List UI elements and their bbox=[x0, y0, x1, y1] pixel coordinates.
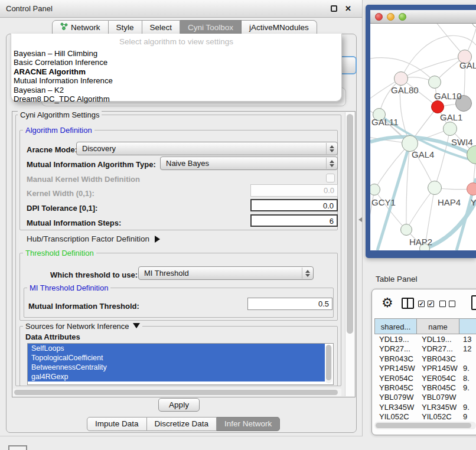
tab-select[interactable]: Select bbox=[142, 20, 181, 34]
dropdown-item[interactable]: Mutual Information Inference bbox=[11, 76, 341, 85]
table-body: YDL19...YDL19...13 YDR27...YDR27...12 YB… bbox=[374, 335, 476, 423]
data-attributes-label: Data Attributes bbox=[25, 332, 80, 341]
table-row[interactable]: YER054CYER054C8. bbox=[374, 374, 476, 383]
network-graph-icon bbox=[60, 21, 68, 34]
network-node[interactable] bbox=[394, 71, 408, 86]
tab-infer-network[interactable]: Infer Network bbox=[217, 417, 280, 431]
expanded-arrow-icon bbox=[133, 323, 140, 328]
settings-horizontal-scrollbar[interactable] bbox=[13, 389, 341, 396]
aracne-mode-combobox[interactable]: Discovery bbox=[76, 142, 338, 155]
list-item[interactable]: gal4RGexp bbox=[28, 372, 325, 381]
algorithm-definition-title: Algorithm Definition bbox=[23, 126, 94, 135]
close-icon[interactable]: ✕ bbox=[345, 4, 351, 13]
table-row[interactable]: YIL052CYIL052C9 bbox=[374, 412, 476, 422]
dropdown-item[interactable]: Bayesian – K2 bbox=[11, 86, 341, 94]
combo-arrows-icon bbox=[326, 158, 337, 169]
dpi-tolerance-label: DPI Tolerance [0,1]: bbox=[27, 204, 97, 213]
tab-impute-data[interactable]: Impute Data bbox=[87, 417, 147, 431]
mi-type-value: Naive Bayes bbox=[166, 159, 209, 168]
tab-cyni-toolbox[interactable]: Cyni Toolbox bbox=[180, 20, 242, 34]
network-node[interactable] bbox=[400, 224, 412, 236]
tab-style-label: Style bbox=[116, 21, 134, 34]
node-label: GAL4 bbox=[412, 149, 434, 159]
bottom-tab-bar: Impute Data Discretize Data Infer Networ… bbox=[87, 417, 280, 431]
table-panel-window: ⚙ ✓ ✓ shared... name YDL19...YDL19...13 … bbox=[371, 289, 476, 435]
node-label: Y bbox=[471, 197, 476, 207]
tab-jactivemnodules[interactable]: jActiveMNodules bbox=[242, 20, 317, 34]
mi-steps-field[interactable]: 6 bbox=[250, 214, 338, 227]
table-row[interactable]: YLR345WYLR345W9. bbox=[374, 403, 476, 412]
network-node[interactable] bbox=[467, 182, 476, 195]
cyni-algorithm-settings-title: Cyni Algorithm Settings bbox=[18, 110, 102, 119]
gear-icon[interactable]: ⚙ bbox=[382, 295, 393, 311]
tab-discretize-data[interactable]: Discretize Data bbox=[147, 417, 217, 431]
combo-arrows-icon bbox=[326, 143, 337, 154]
table-row[interactable]: YBL079WYBL079W bbox=[374, 393, 476, 402]
panel-collapse-arrow-icon[interactable] bbox=[358, 217, 362, 222]
hub-definition-label: Hub/Transcription Factor Definition bbox=[27, 234, 149, 243]
table-row[interactable]: YPR145WYPR145W9. bbox=[374, 364, 476, 373]
node-label: GAL80 bbox=[391, 85, 419, 95]
tab-network[interactable]: Network bbox=[52, 20, 109, 34]
control-panel-titlebar: Control Panel ✕ bbox=[0, 0, 362, 18]
node-label: SWI4 bbox=[451, 137, 473, 147]
table-row[interactable]: YBR045CYBR045C9. bbox=[374, 383, 476, 393]
unchecked-checkbox-icon[interactable] bbox=[449, 301, 455, 307]
collapsed-arrow-icon bbox=[155, 236, 160, 243]
table-row[interactable]: YDR27...YDR27...12 bbox=[374, 344, 476, 354]
unchecked-checkbox-icon[interactable] bbox=[439, 301, 446, 307]
table-row[interactable]: YBR043CYBR043C bbox=[374, 354, 476, 364]
table-row[interactable]: YDL19...YDL19...13 bbox=[374, 335, 476, 344]
node-label: HAP2 bbox=[409, 237, 432, 247]
which-threshold-combobox[interactable]: MI Threshold bbox=[138, 266, 314, 280]
function-builder-icon[interactable] bbox=[471, 295, 476, 310]
which-threshold-label: Which threshold to use: bbox=[50, 270, 138, 279]
network-canvas[interactable]: GAL GAL80 GAL10 GAL1 GAL11 SWI4 GAL4 GCY… bbox=[370, 24, 476, 250]
hub-definition-toggle[interactable]: Hub/Transcription Factor Definition bbox=[27, 234, 160, 243]
network-node[interactable] bbox=[428, 76, 441, 89]
manual-kernel-label: Manual Kernel Width Definition bbox=[27, 175, 140, 184]
float-window-icon[interactable] bbox=[331, 5, 337, 12]
dropdown-item[interactable]: Dream8 DC_TDC Algorithm bbox=[11, 94, 341, 103]
node-label: GAL1 bbox=[440, 112, 462, 122]
aracne-mode-label: Aracne Mode: bbox=[27, 145, 77, 154]
network-node[interactable] bbox=[443, 122, 457, 136]
kernel-width-field[interactable]: 0.0 bbox=[250, 184, 338, 197]
dropdown-item[interactable]: Basic Correlation Inference bbox=[11, 58, 341, 67]
dropdown-item-selected[interactable]: ARACNE Algorithm bbox=[11, 67, 341, 76]
tab-jactivemnodules-label: jActiveMNodules bbox=[249, 21, 309, 34]
mi-threshold-field[interactable]: 0.5 bbox=[247, 298, 332, 310]
network-node-highlighted[interactable] bbox=[431, 100, 444, 113]
mi-type-combobox[interactable]: Naive Bayes bbox=[160, 156, 338, 170]
tab-cyni-toolbox-label: Cyni Toolbox bbox=[188, 21, 233, 34]
close-traffic-light-icon[interactable] bbox=[375, 13, 383, 21]
tab-network-label: Network bbox=[71, 21, 100, 34]
apply-button[interactable]: Apply bbox=[158, 398, 200, 412]
list-item[interactable]: TopologicalCoefficient bbox=[28, 353, 325, 363]
sources-toggle[interactable]: Sources for Network Inference bbox=[23, 322, 142, 331]
algorithm-dropdown-popup: Select algorithm to view settings Bayesi… bbox=[11, 34, 342, 102]
node-label: GAL10 bbox=[434, 91, 462, 101]
network-window-titlebar[interactable] bbox=[370, 10, 476, 24]
settings-vertical-scrollbar[interactable] bbox=[345, 112, 354, 396]
list-vertical-scrollbar[interactable] bbox=[325, 345, 332, 383]
column-header-name[interactable]: name bbox=[417, 318, 459, 334]
minimize-traffic-light-icon[interactable] bbox=[387, 13, 395, 21]
list-item[interactable]: SelfLoops bbox=[28, 344, 325, 353]
checked-checkbox-icon[interactable]: ✓ bbox=[418, 301, 425, 307]
tab-style[interactable]: Style bbox=[109, 20, 142, 34]
zoom-traffic-light-icon[interactable] bbox=[399, 13, 406, 21]
table-horizontal-scrollbar[interactable] bbox=[374, 422, 476, 429]
column-header-shared-name[interactable]: shared... bbox=[374, 318, 417, 334]
manual-kernel-checkbox[interactable] bbox=[326, 174, 335, 182]
dpi-tolerance-field[interactable]: 0.0 bbox=[250, 199, 338, 211]
dropdown-item[interactable]: Bayesian – Hill Climbing bbox=[11, 49, 341, 58]
columns-icon[interactable] bbox=[402, 298, 414, 309]
aracne-mode-value: Discovery bbox=[82, 144, 116, 153]
sources-title: Sources for Network Inference bbox=[25, 322, 129, 331]
column-header-cut[interactable] bbox=[459, 318, 476, 334]
threshold-definition-title: Threshold Definition bbox=[23, 249, 96, 257]
network-node[interactable] bbox=[428, 181, 442, 195]
list-item[interactable]: BetweennessCentrality bbox=[28, 363, 325, 372]
checked-checkbox-icon[interactable]: ✓ bbox=[428, 301, 434, 307]
